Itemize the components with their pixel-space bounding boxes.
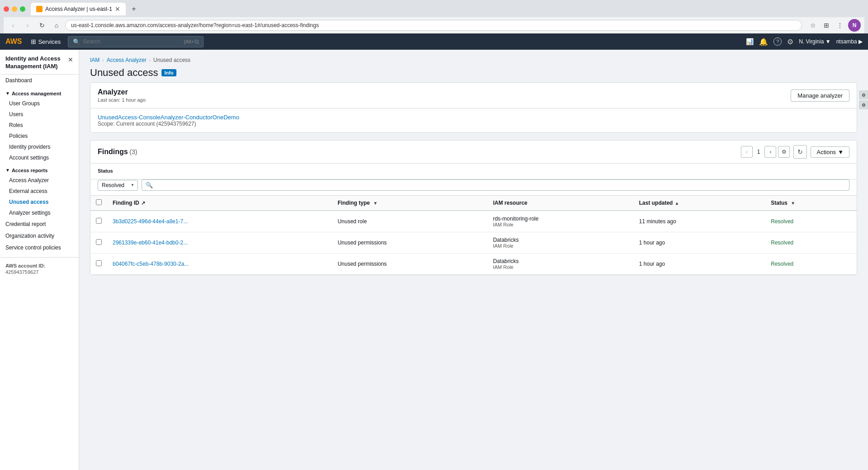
external-link-icon: ↗ bbox=[141, 200, 145, 206]
browser-action-icons: ☆ ⊞ ⋮ N bbox=[807, 19, 861, 32]
iam-resource-cell-3: Databricks IAM Role bbox=[488, 254, 634, 275]
findings-search[interactable]: 🔍 bbox=[142, 179, 849, 191]
manage-analyzer-btn[interactable]: Manage analyzer bbox=[791, 89, 849, 102]
row-checkbox-cell-2 bbox=[90, 232, 107, 254]
user-menu[interactable]: ntsamba ▶ bbox=[836, 38, 863, 45]
select-all-checkbox[interactable] bbox=[96, 199, 102, 205]
findings-table: Finding ID ↗ Finding type ▼ IAM resourc bbox=[90, 196, 857, 275]
row-checkbox-1[interactable] bbox=[96, 218, 102, 224]
region-selector[interactable]: N. Virginia ▼ bbox=[799, 38, 830, 45]
sidebar: Identity and Access Management (IAM) ✕ D… bbox=[0, 50, 79, 470]
row-checkbox-3[interactable] bbox=[96, 260, 102, 266]
actions-dropdown-btn[interactable]: Actions ▼ bbox=[811, 146, 849, 158]
extensions-icon[interactable]: ⊞ bbox=[821, 20, 832, 31]
window-minimize[interactable] bbox=[12, 6, 17, 12]
finding-id-link-1[interactable]: 3b3d0225-496d-44e4-a8e1-7... bbox=[113, 218, 188, 225]
analyzer-name: UnusedAccess-ConsoleAnalyzer-ConductorOn… bbox=[98, 114, 849, 121]
sidebar-section-access-management[interactable]: ▼ Access management bbox=[0, 86, 79, 98]
breadcrumb-iam[interactable]: IAM bbox=[90, 57, 100, 63]
profile-icon[interactable]: N bbox=[848, 19, 861, 32]
sidebar-item-credential-report[interactable]: Credential report bbox=[0, 218, 79, 230]
sidebar-title: Identity and Access Management (IAM) bbox=[5, 55, 68, 70]
settings-icon[interactable]: ⚙ bbox=[787, 38, 793, 46]
page-title: Unused access Info bbox=[90, 67, 857, 79]
new-tab-btn[interactable]: + bbox=[128, 3, 140, 15]
finding-id-link-2[interactable]: 2961339e-eb60-41e4-bdb0-2... bbox=[113, 240, 188, 246]
forward-btn[interactable]: › bbox=[22, 19, 33, 31]
status-filter-icon[interactable]: ▼ bbox=[791, 201, 795, 206]
pagination-next[interactable]: › bbox=[764, 146, 776, 158]
sidebar-item-users[interactable]: Users bbox=[0, 109, 79, 120]
status-filter-label: Status bbox=[98, 168, 849, 174]
window-close[interactable] bbox=[4, 6, 9, 12]
findings-toolbar: ‹ 1 › ⚙ ↻ Actions ▼ bbox=[741, 145, 849, 159]
sidebar-item-policies[interactable]: Policies bbox=[0, 131, 79, 141]
refresh-btn[interactable]: ↻ bbox=[36, 19, 48, 31]
select-all-header bbox=[90, 196, 107, 211]
browser-title-bar: Access Analyzer | us-east-1 ✕ + bbox=[4, 3, 864, 15]
sidebar-item-roles[interactable]: Roles bbox=[0, 120, 79, 131]
refresh-findings-btn[interactable]: ↻ bbox=[793, 145, 807, 159]
table-row: 3b3d0225-496d-44e4-a8e1-7... Unused role… bbox=[90, 211, 857, 232]
right-settings-icon-1[interactable]: ⚙ bbox=[859, 90, 868, 99]
account-id: 425943759627 bbox=[5, 269, 73, 275]
iam-resource-cell-2: Databricks IAM Role bbox=[488, 232, 634, 254]
tab-close-btn[interactable]: ✕ bbox=[115, 5, 120, 13]
status-select-wrapper[interactable]: Resolved Active Archived bbox=[98, 180, 138, 191]
services-btn[interactable]: ⊞ Services bbox=[27, 36, 64, 47]
refresh-icon: ↻ bbox=[797, 148, 803, 155]
main-content: IAM › Access Analyzer › Unused access Un… bbox=[79, 50, 868, 470]
finding-id-sort[interactable]: Finding ID ↗ bbox=[113, 200, 145, 206]
aws-logo[interactable]: aws bbox=[5, 38, 22, 46]
sidebar-item-external-access[interactable]: External access bbox=[0, 186, 79, 197]
pagination-prev[interactable]: ‹ bbox=[741, 146, 753, 158]
services-label: Services bbox=[38, 38, 61, 45]
finding-id-cell-1: 3b3d0225-496d-44e4-a8e1-7... bbox=[107, 211, 332, 232]
sidebar-item-access-analyzer[interactable]: Access Analyzer bbox=[0, 175, 79, 186]
address-bar[interactable]: us-east-1.console.aws.amazon.com/access-… bbox=[65, 20, 802, 31]
notifications-icon[interactable]: 🔔 bbox=[759, 38, 768, 46]
search-input[interactable] bbox=[83, 38, 181, 45]
col-finding-id: Finding ID ↗ bbox=[107, 196, 332, 211]
row-checkbox-cell-1 bbox=[90, 211, 107, 232]
browser-tab-active[interactable]: Access Analyzer | us-east-1 ✕ bbox=[31, 3, 126, 15]
findings-count: (3) bbox=[129, 148, 137, 155]
more-icon[interactable]: ⋮ bbox=[835, 20, 845, 31]
help-icon[interactable]: ? bbox=[773, 38, 782, 46]
home-btn[interactable]: ⌂ bbox=[51, 19, 62, 31]
finding-type-filter-icon[interactable]: ▼ bbox=[373, 201, 378, 206]
sidebar-item-analyzer-settings[interactable]: Analyzer settings bbox=[0, 207, 79, 218]
last-updated-sort[interactable]: Last updated ▲ bbox=[639, 200, 679, 206]
sidebar-item-organization-activity[interactable]: Organization activity bbox=[0, 230, 79, 242]
search-input-icon: 🔍 bbox=[146, 182, 153, 188]
nav-right: 📊 🔔 ? ⚙ N. Virginia ▼ ntsamba ▶ bbox=[746, 38, 863, 46]
sidebar-item-unused-access[interactable]: Unused access bbox=[0, 197, 79, 207]
star-icon[interactable]: ☆ bbox=[807, 20, 818, 31]
analyzer-card: Analyzer Last scan: 1 hour ago Manage an… bbox=[90, 82, 857, 133]
status-select[interactable]: Resolved Active Archived bbox=[98, 180, 138, 191]
status-cell-3: Resolved bbox=[765, 254, 857, 275]
findings-search-input[interactable] bbox=[156, 182, 845, 188]
sidebar-item-identity-providers[interactable]: Identity providers bbox=[0, 141, 79, 152]
sidebar-item-user-groups[interactable]: User Groups bbox=[0, 98, 79, 109]
window-maximize[interactable] bbox=[20, 6, 25, 12]
findings-table-wrapper: Finding ID ↗ Finding type ▼ IAM resourc bbox=[90, 196, 857, 275]
back-btn[interactable]: ‹ bbox=[7, 19, 19, 31]
cloudwatch-icon[interactable]: 📊 bbox=[746, 38, 754, 45]
table-header: Finding ID ↗ Finding type ▼ IAM resourc bbox=[90, 196, 857, 211]
pagination-current: 1 bbox=[754, 149, 763, 155]
finding-id-link-3[interactable]: b04067fc-c5eb-478b-9030-2a... bbox=[113, 261, 189, 267]
sidebar-close-btn[interactable]: ✕ bbox=[68, 56, 73, 63]
sidebar-item-dashboard[interactable]: Dashboard bbox=[0, 75, 79, 86]
table-row: b04067fc-c5eb-478b-9030-2a... Unused per… bbox=[90, 254, 857, 275]
info-badge[interactable]: Info bbox=[161, 69, 176, 76]
sidebar-section-access-reports[interactable]: ▼ Access reports bbox=[0, 163, 79, 175]
sidebar-item-service-control-policies[interactable]: Service control policies bbox=[0, 242, 79, 254]
pagination-settings-icon[interactable]: ⚙ bbox=[778, 146, 790, 158]
row-checkbox-2[interactable] bbox=[96, 239, 102, 245]
sidebar-item-account-settings[interactable]: Account settings bbox=[0, 152, 79, 163]
right-settings-icon-2[interactable]: ⚙ bbox=[859, 100, 868, 109]
account-id-label: AWS account ID: bbox=[5, 263, 73, 268]
search-box[interactable]: 🔍 [Alt+S] bbox=[68, 36, 204, 47]
breadcrumb-access-analyzer[interactable]: Access Analyzer bbox=[107, 57, 147, 63]
